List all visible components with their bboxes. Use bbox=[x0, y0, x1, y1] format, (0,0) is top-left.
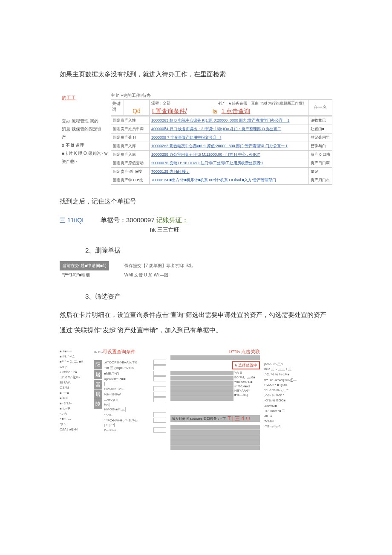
cs-sidebar-item[interactable]: ■≡ ^ ^ 2. 二.-■# bbox=[60, 359, 89, 364]
link-cell[interactable]: 10000258 办公室用桌子 H*:6 M:12000.00 · 门首 H 中… bbox=[150, 151, 309, 159]
link-cell[interactable]: 70000124 ■出方:计■机系计■机系 00*计*机系 OOlool ■入方… bbox=[150, 176, 309, 185]
sidebar-item[interactable]: 交办 流程管理 我的 bbox=[62, 118, 109, 124]
type-cell: 固定资产原值变动 bbox=[111, 159, 150, 168]
add-to-doc-bar[interactable]: 加入到单据 accoues 归口设备：• 可 T | 三 4 ∪ bbox=[170, 415, 260, 422]
info-text: iRM 三 v 三三 I 三 bbox=[264, 367, 307, 372]
toolbar-actions[interactable]: 保存提交【7 废单据】导出:打印 '£出 bbox=[122, 261, 196, 270]
cs-sidebar-item[interactable]: +■=- … bbox=[60, 416, 89, 421]
cs-sidebar-item[interactable]: :U*:0 W 化≡> bbox=[60, 375, 89, 380]
cs-sidebar-item[interactable]: ■ .一■ bbox=[60, 391, 89, 395]
step-4-marker: T | 三 4 ∪ bbox=[228, 415, 250, 422]
form-input[interactable] bbox=[153, 418, 166, 423]
form-input[interactable] bbox=[153, 386, 166, 391]
cs-sidebar-item[interactable]: ■ #■=-= bbox=[60, 349, 89, 354]
table-row[interactable]: 固定资产入库100002e2 彩色电况中心设¥■1:1.原值:20000. 80… bbox=[111, 142, 332, 151]
cs-sidebar-item[interactable]: <t>A bbox=[60, 411, 89, 416]
sidebar-item[interactable]: ■卡片 K 理 O 采购汽 · w bbox=[62, 150, 109, 157]
form-input[interactable] bbox=[153, 376, 166, 381]
vertical-block: 陵 bbox=[94, 399, 102, 409]
breadcrumb: 主 ln »史的工作»待办 bbox=[111, 93, 332, 99]
filter-right: 流程：全部 ·推*：★任务在需，直由 TSd 为行的发起新工作发》 t 置查询条… bbox=[150, 100, 308, 115]
vertical-block: 屠 bbox=[94, 370, 102, 379]
table-row[interactable]: 固定资产入性10000263 款 B 电视中心设备 K|1:原 0:20000.… bbox=[111, 116, 332, 125]
sidebar-item[interactable]: α 不 ltt 道理 bbox=[62, 142, 109, 148]
status-cell: 处置由■ bbox=[309, 125, 332, 134]
form-input[interactable] bbox=[109, 403, 110, 407]
status-cell: 已珠与白 bbox=[309, 142, 332, 151]
cs-sidebar-item[interactable]: OS*M bbox=[60, 385, 89, 390]
list-item[interactable] bbox=[170, 381, 233, 386]
form-input[interactable] bbox=[153, 371, 166, 376]
cs-sidebar-item[interactable]: QβΛ | at}>H bbox=[60, 427, 89, 432]
form-row: | e | E* bbox=[104, 423, 166, 427]
doc-sub: hk 三三亡旺 bbox=[150, 226, 332, 234]
cs-sidebar-item[interactable]: ■ I*t: ^ ^;1 bbox=[60, 354, 89, 359]
sidebar-item[interactable]: 资产物 · bbox=[62, 158, 109, 165]
link-cell[interactable]: 20000076 变动 U: 16 OOoO 注门:学工处/学工处用房收费处原因… bbox=[150, 159, 309, 168]
info-text: 7/*HHt bbox=[264, 419, 307, 424]
status-cell: 资产日口审 bbox=[309, 159, 332, 168]
status-cell: 论收量已 bbox=[309, 116, 332, 125]
table-row[interactable]: 固定费产处 H3000009 7 非专事资产处用申报文号:】《登记处用里 bbox=[111, 134, 332, 142]
type-cell: 固定费产入底 bbox=[111, 151, 150, 159]
form-input[interactable] bbox=[125, 407, 126, 412]
click-relate-label[interactable]: D'*15 点击关联 bbox=[228, 349, 260, 354]
voucher-link[interactable]: 记账凭证： bbox=[156, 216, 188, 224]
form-input[interactable] bbox=[153, 392, 166, 397]
type-cell: 固定资产入性 bbox=[111, 116, 150, 125]
form-row: ½< bbox=[104, 403, 166, 407]
table-row[interactable]: 固定贵产姓员申调400000β4 归口:设备由调出：2 申调*:16(K)Oo … bbox=[111, 125, 332, 134]
query-button[interactable]: 1 点击查询 bbox=[222, 108, 251, 115]
cs-sidebar-item[interactable]: *β ^.. bbox=[60, 422, 89, 427]
sidebar-item[interactable]: 消息 我保管的固定资 bbox=[62, 126, 109, 132]
form-row: ','*≡C•NM•H-,-'*-S;*¼c bbox=[104, 418, 166, 423]
link-cell[interactable]: 70000125 内 HiH 接； bbox=[150, 168, 309, 176]
cs-sidebar-item[interactable]: ■=?^IJ~ bbox=[60, 401, 89, 406]
info-text: #*R·14■xil bbox=[234, 384, 260, 388]
link-cell[interactable]: 400000β4 归口:设备由调出：2 申调*:16(K)Oo 斗门：资产整理部… bbox=[150, 125, 309, 134]
type-cell: 固定贵产姓员申调 bbox=[111, 125, 150, 134]
keyword-label: 关键词 bbox=[111, 100, 124, 115]
link-cell[interactable]: 3000009 7 非专事资产处用申报文号:】《 bbox=[150, 134, 309, 142]
form-input[interactable] bbox=[153, 412, 166, 417]
list-item[interactable] bbox=[170, 376, 233, 381]
info-text: -'*B-rvI*u-'t bbox=[264, 424, 307, 429]
qd-text: Qd bbox=[133, 108, 141, 114]
cs-sidebar-item[interactable]: Bt-UWtl bbox=[60, 380, 89, 385]
list-item[interactable] bbox=[170, 391, 233, 396]
table-row[interactable]: 固定费产入底10000258 办公室用桌子 H*:6 M:12000.00 · … bbox=[111, 151, 332, 159]
form-row: HMOl%■#| 三 bbox=[104, 407, 166, 412]
form-input[interactable] bbox=[153, 360, 166, 365]
link-cell[interactable]: 10000263 款 B 电视中心设备 K|1:原 0:20000. 0000 … bbox=[150, 116, 309, 125]
sidebar-title[interactable]: 的工工 bbox=[62, 95, 109, 101]
form-input[interactable] bbox=[114, 423, 115, 427]
table-row[interactable]: 固定贵产望门■按70000125 内 HiH 接；量记 bbox=[111, 168, 332, 176]
link-cell[interactable]: 100002e2 彩色电况中心设¥■1:1.原值:20000. 800 部门:资… bbox=[150, 142, 309, 151]
set-condition-button[interactable]: t 置查询条件/ bbox=[152, 108, 187, 115]
cs-sidebar-item[interactable]: ■ to:^R bbox=[60, 406, 89, 411]
form-input[interactable] bbox=[153, 397, 166, 402]
cs-sidebar-item[interactable]: wπ β bbox=[60, 365, 89, 369]
form-input[interactable] bbox=[153, 427, 166, 433]
form-input[interactable] bbox=[153, 365, 166, 370]
list-item[interactable] bbox=[170, 396, 233, 401]
toolbar-tabs[interactable]: WMI 文管 U 加 Wi.—图 bbox=[122, 270, 196, 280]
table-row[interactable]: 固定资产原值变动20000076 变动 U: 16 OOoO 注门:学工处/学工… bbox=[111, 159, 332, 168]
cs-sidebar-item[interactable]: +KΠB*：Γ■ bbox=[60, 370, 89, 375]
filter-mid: Qd bbox=[124, 100, 150, 115]
info-text: -O'¾ ¾ EGC■ bbox=[264, 398, 307, 403]
list-item[interactable] bbox=[170, 386, 233, 391]
info-text: '*fiu.S5R1-■ bbox=[234, 380, 260, 384]
note-text: 找到之后，记住这个单据号 bbox=[60, 198, 332, 206]
form-row: —%V}>H bbox=[104, 397, 166, 402]
tip-text: ·推*：★任务在需，直由 TSd 为行的发起新工作发》 bbox=[218, 101, 306, 107]
form-input[interactable] bbox=[104, 382, 105, 386]
form-row bbox=[104, 382, 166, 386]
table-row[interactable]: 固定资产学 CJ*按70000124 ■出方:计■机系计■机系 00*计*机系 … bbox=[111, 176, 332, 185]
flow-label: 流程：全部 bbox=[151, 101, 170, 107]
cs-sidebar-item[interactable]: ■ Mfa bbox=[60, 396, 89, 401]
select-dispose-box[interactable]: 6 选择处置申 bbox=[232, 361, 260, 369]
section-2-header: 2、删除单据 bbox=[85, 247, 332, 255]
complex-screenshot: ■ #■=-=■ I*t: ^ ^;1■≡ ^ ^ 2. 二.-■#wπ β+K… bbox=[60, 349, 332, 450]
list-item[interactable] bbox=[170, 371, 233, 375]
